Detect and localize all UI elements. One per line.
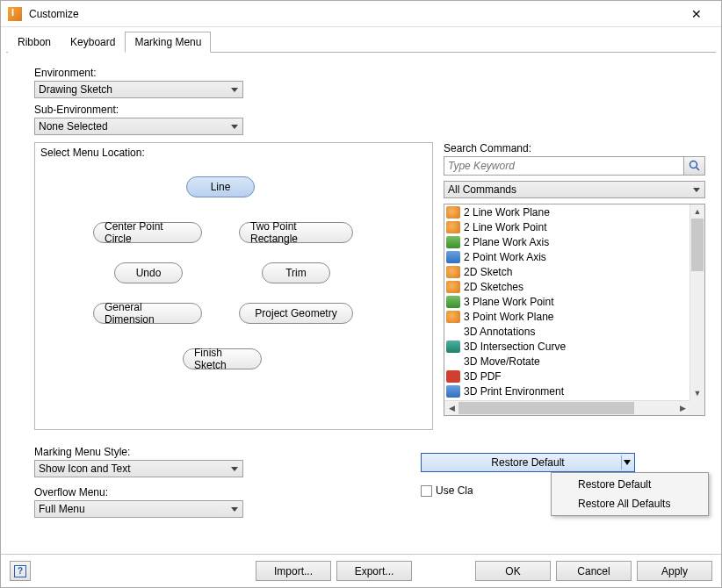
command-label: 2D Sketch	[464, 266, 512, 278]
command-icon	[446, 385, 460, 398]
search-icon	[689, 160, 701, 172]
scroll-down-icon[interactable]: ▼	[690, 386, 704, 400]
command-label: 3 Point Work Plane	[464, 311, 554, 323]
horizontal-scrollbar[interactable]: ◀ ▶	[444, 400, 690, 415]
command-item[interactable]: 2D Sketch	[444, 264, 690, 279]
command-label: 2 Point Work Axis	[464, 251, 546, 263]
customize-dialog: Customize ✕ Ribbon Keyboard Marking Menu…	[0, 0, 722, 588]
command-item[interactable]: 3D Intersection Curve	[444, 339, 690, 354]
sub-environment-select[interactable]: None Selected	[34, 118, 243, 135]
restore-dropdown-menu: Restore Default Restore All Defaults	[551, 472, 709, 516]
cancel-button[interactable]: Cancel	[556, 561, 632, 581]
command-label: 2 Line Work Plane	[464, 206, 550, 219]
pill-center-point-circle[interactable]: Center Point Circle	[93, 222, 202, 243]
titlebar: Customize ✕	[1, 1, 721, 27]
export-button[interactable]: Export...	[336, 561, 412, 581]
window-title: Customize	[29, 8, 679, 20]
search-button[interactable]	[684, 156, 705, 176]
environment-select[interactable]: Drawing Sketch	[34, 81, 243, 98]
command-item[interactable]: 3 Plane Work Point	[444, 294, 690, 309]
tab-content: Environment: Drawing Sketch Sub-Environm…	[1, 53, 721, 518]
overflow-menu-select[interactable]: Full Menu	[34, 500, 243, 518]
command-item[interactable]: 2 Plane Work Axis	[444, 234, 690, 249]
environment-label: Environment:	[34, 67, 705, 79]
vertical-scrollbar[interactable]: ▲ ▼	[690, 204, 704, 400]
sub-environment-label: Sub-Environment:	[34, 104, 705, 116]
command-item[interactable]: 3D PDF	[444, 369, 690, 384]
command-item[interactable]: 3 Point Work Plane	[444, 309, 690, 324]
command-item[interactable]: 2 Line Work Plane	[444, 204, 690, 219]
svg-point-0	[690, 161, 697, 169]
marking-menu-style-select[interactable]: Show Icon and Text	[34, 460, 243, 477]
command-item[interactable]: 3D Annotations	[444, 324, 690, 339]
command-label: 3D Print Environment	[464, 385, 564, 398]
pill-finish-sketch[interactable]: Finish Sketch	[183, 348, 262, 369]
command-icon	[446, 221, 460, 233]
scroll-right-icon[interactable]: ▶	[675, 401, 690, 415]
command-item[interactable]: 2 Point Work Axis	[444, 249, 690, 264]
pill-general-dimension[interactable]: General Dimension	[93, 303, 202, 324]
command-label: 2 Plane Work Axis	[464, 236, 549, 248]
ok-button[interactable]: OK	[475, 561, 551, 581]
command-icon	[446, 266, 460, 278]
menu-restore-all-defaults[interactable]: Restore All Defaults	[553, 494, 706, 513]
command-icon	[446, 311, 460, 323]
menu-location-panel: Select Menu Location: Line Center Point …	[34, 142, 433, 430]
search-input[interactable]	[444, 156, 684, 176]
pill-trim[interactable]: Trim	[262, 262, 330, 283]
command-icon	[446, 341, 460, 353]
tab-marking-menu[interactable]: Marking Menu	[125, 32, 211, 53]
command-icon	[446, 206, 460, 219]
command-label: 3D Annotations	[464, 326, 535, 338]
command-icon	[446, 296, 460, 308]
pill-two-point-rectangle[interactable]: Two Point Rectangle	[239, 222, 353, 243]
command-label: 3D PDF	[464, 370, 502, 383]
pill-project-geometry[interactable]: Project Geometry	[239, 303, 353, 324]
overflow-menu-label: Overflow Menu:	[34, 486, 263, 498]
pill-undo[interactable]: Undo	[114, 262, 183, 283]
command-filter-select[interactable]: All Commands	[444, 181, 705, 198]
tab-ribbon[interactable]: Ribbon	[8, 32, 61, 53]
command-label: 2 Line Work Point	[464, 221, 547, 233]
search-command-label: Search Command:	[444, 142, 705, 154]
select-menu-location-label: Select Menu Location:	[40, 147, 145, 159]
svg-line-1	[696, 168, 699, 171]
command-item[interactable]: 3D Print Environment	[444, 384, 690, 398]
command-item[interactable]: 2D Sketches	[444, 279, 690, 294]
close-icon[interactable]: ✕	[679, 2, 714, 26]
scroll-corner	[690, 400, 704, 415]
command-icon	[446, 326, 460, 338]
command-item[interactable]: 2 Line Work Point	[444, 219, 690, 234]
command-list[interactable]: 2 Line Work Plane2 Line Work Point2 Plan…	[444, 204, 705, 416]
menu-restore-default[interactable]: Restore Default	[553, 475, 706, 494]
use-classic-checkbox[interactable]	[421, 485, 432, 497]
command-icon	[446, 370, 460, 383]
command-icon	[446, 355, 460, 368]
dialog-footer: ? Import... Export... OK Cancel Apply	[1, 554, 721, 587]
tab-keyboard[interactable]: Keyboard	[61, 32, 125, 53]
pill-line[interactable]: Line	[186, 176, 255, 197]
command-icon	[446, 236, 460, 248]
hscroll-thumb[interactable]	[458, 402, 634, 414]
command-icon	[446, 251, 460, 263]
scroll-left-icon[interactable]: ◀	[444, 401, 458, 415]
command-item[interactable]: 3D Move/Rotate	[444, 354, 690, 369]
command-label: 3D Move/Rotate	[464, 355, 540, 368]
help-button[interactable]: ?	[10, 561, 31, 581]
help-icon: ?	[14, 565, 26, 577]
restore-default-button[interactable]: Restore Default	[421, 453, 635, 472]
command-panel: Search Command: All Commands 2 Line Work…	[444, 142, 705, 430]
command-icon	[446, 281, 460, 293]
command-label: 3D Intersection Curve	[464, 341, 566, 353]
tabstrip: Ribbon Keyboard Marking Menu	[6, 31, 716, 53]
import-button[interactable]: Import...	[256, 561, 331, 581]
scroll-up-icon[interactable]: ▲	[690, 204, 704, 219]
command-label: 3 Plane Work Point	[464, 296, 554, 308]
command-label: 2D Sketches	[464, 281, 523, 293]
scroll-thumb[interactable]	[691, 219, 704, 271]
use-classic-label: Use Classic Radial Marking Menu	[436, 484, 473, 497]
apply-button[interactable]: Apply	[637, 561, 712, 581]
app-icon	[8, 7, 22, 21]
marking-menu-style-label: Marking Menu Style:	[34, 446, 263, 458]
